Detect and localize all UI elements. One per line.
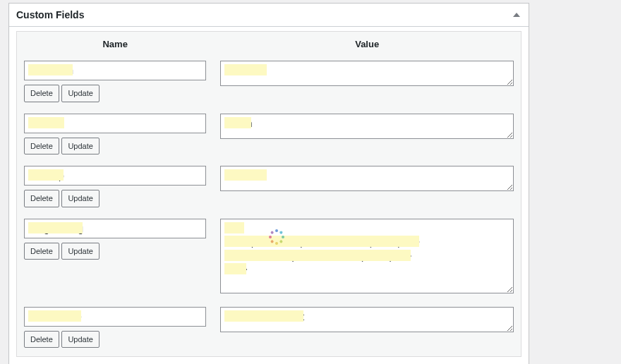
update-button[interactable]: Update (61, 85, 99, 102)
meta-key-input[interactable] (24, 114, 206, 133)
update-button[interactable]: Update (61, 243, 99, 260)
meta-key-input[interactable] (24, 61, 206, 80)
delete-button[interactable]: Delete (24, 331, 59, 348)
update-button[interactable]: Update (61, 138, 99, 155)
meta-value-textarea[interactable]: 400m run (220, 61, 514, 86)
panel-body: Name Value cool down Delete Update (9, 27, 529, 364)
panel-header: Custom Fields (9, 4, 529, 27)
meta-key-input[interactable] (24, 166, 206, 186)
meta-value-textarea[interactable]: 800m run (220, 166, 514, 191)
column-header-value: Value (213, 32, 521, 59)
delete-button[interactable]: Delete (24, 190, 59, 207)
delete-button[interactable]: Delete (24, 85, 59, 102)
table-row: duration Delete Update 30min 30min (17, 111, 521, 164)
delete-button[interactable]: Delete (24, 138, 59, 155)
meta-value-textarea[interactable]: Featured Workout (220, 307, 514, 332)
table-row: warmup Delete Update 800m run 800m run (17, 163, 521, 216)
meta-value-textarea[interactable]: <ul> <li>Squats: 10 reps at 80% max (4 s… (220, 219, 514, 293)
table-row: weight lifting Delete Update <ul> <li>Sq… (17, 216, 521, 304)
column-header-name: Name (17, 32, 214, 59)
custom-fields-table: Name Value cool down Delete Update (16, 31, 521, 357)
meta-key-input[interactable] (24, 307, 206, 327)
update-button[interactable]: Update (61, 331, 99, 348)
delete-button[interactable]: Delete (24, 243, 59, 260)
meta-key-input[interactable] (24, 219, 206, 238)
update-button[interactable]: Update (61, 190, 99, 207)
custom-fields-panel: Custom Fields Name Value cool down (8, 3, 529, 364)
meta-value-textarea[interactable]: 30min (220, 114, 514, 139)
table-row: cool down Delete Update 400m run 400m ru… (17, 58, 521, 111)
panel-title: Custom Fields (16, 9, 84, 20)
collapse-toggle-icon[interactable] (513, 13, 520, 17)
table-row: workout title Delete Update Featured Wor… (17, 304, 521, 357)
